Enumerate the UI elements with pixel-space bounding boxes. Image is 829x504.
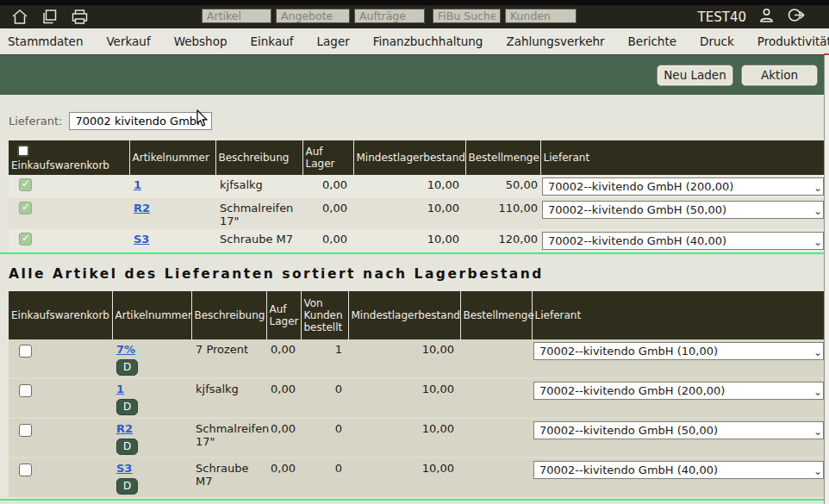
column-header: Bestellmenge: [460, 291, 532, 339]
article-number-link[interactable]: 1: [134, 178, 141, 191]
article-number-link[interactable]: 7%: [116, 343, 135, 356]
table-row: 7% D 7 Prozent 0,00 1 10,00 70002--kivit…: [9, 339, 826, 378]
table-row: R2 Schmalreifen 17" 0,00 10,00 110,00 70…: [9, 198, 826, 229]
supplier-select[interactable]: 70002--kivitendo GmbH (10,00)⌄: [533, 342, 824, 360]
min-stock-value: 10,00: [353, 198, 465, 229]
on-stock-value: 0,00: [302, 175, 353, 198]
column-header: Auf Lager: [302, 140, 353, 175]
supplier-select[interactable]: 70002--kivitendo GmbH (200,00)⌄: [542, 177, 824, 196]
menu-item-druck[interactable]: Druck: [700, 34, 734, 48]
reload-button[interactable]: Neu Laden: [657, 65, 733, 86]
all-articles-table: Einkaufswarenkorb Artikelnummer Beschrei…: [9, 291, 826, 497]
details-badge[interactable]: D: [116, 359, 138, 376]
article-description: kjfsalkg: [191, 378, 266, 418]
column-header: Mindestlagerbestand: [348, 291, 460, 339]
order-qty-value: [460, 378, 532, 418]
ordered-by-customers-value: 0: [301, 418, 348, 457]
supplier-select[interactable]: 70002--kivitendo GmbH (50,00)⌄: [542, 201, 824, 219]
menu-item-webshop[interactable]: Webshop: [174, 34, 228, 48]
article-number-link[interactable]: R2: [134, 202, 150, 215]
row-checkbox[interactable]: [19, 178, 32, 191]
topbar: TEST40: [0, 5, 829, 28]
search-input-angebote[interactable]: [276, 9, 350, 23]
supplier-select[interactable]: 70002--kivitendo GmbH (40,00)⌄: [542, 232, 824, 250]
on-stock-value: 0,00: [266, 339, 301, 378]
supplier-input[interactable]: [69, 112, 212, 130]
home-icon[interactable]: [11, 9, 28, 25]
min-stock-value: 10,00: [348, 378, 460, 418]
row-checkbox[interactable]: [19, 464, 32, 476]
article-number-link[interactable]: 1: [116, 383, 124, 395]
details-badge[interactable]: D: [116, 439, 138, 455]
supplier-select[interactable]: 70002--kivitendo GmbH (40,00)⌄: [533, 461, 824, 479]
row-checkbox[interactable]: [19, 233, 32, 246]
user-icon[interactable]: [758, 7, 775, 27]
menu-item-berichte[interactable]: Berichte: [628, 34, 676, 48]
chevron-down-icon: ⌄: [813, 345, 822, 360]
column-header: Lieferant: [540, 140, 826, 175]
row-checkbox[interactable]: [19, 202, 32, 215]
row-checkbox[interactable]: [19, 345, 32, 358]
search-input-kunden[interactable]: [505, 9, 577, 23]
article-description: Schmalreifen 17": [215, 198, 302, 229]
article-number-link[interactable]: S3: [134, 233, 149, 246]
select-all-checkbox[interactable]: [17, 145, 29, 157]
chevron-down-icon: ⌄: [813, 203, 822, 219]
search-input-auftraege[interactable]: [354, 9, 425, 23]
article-number-link[interactable]: S3: [116, 462, 132, 475]
supplier-select[interactable]: 70002--kivitendo GmbH (50,00)⌄: [533, 421, 824, 439]
menu-item-einkauf[interactable]: Einkauf: [251, 34, 294, 48]
action-button[interactable]: Aktion: [741, 65, 818, 86]
menu-item-stammdaten[interactable]: Stammdaten: [8, 34, 83, 48]
search-input-fibu[interactable]: [433, 9, 501, 23]
supplier-select[interactable]: 70002--kivitendo GmbH (200,00)⌄: [533, 382, 824, 400]
menu-item-verkauf[interactable]: Verkauf: [106, 34, 150, 48]
row-checkbox[interactable]: [19, 384, 32, 397]
table-row: 1 kjfsalkg 0,00 10,00 50,00 70002--kivit…: [9, 175, 826, 198]
min-stock-value: 10,00: [348, 457, 460, 497]
order-qty-value: [460, 418, 532, 457]
chevron-down-icon: ⌄: [813, 384, 822, 400]
min-stock-value: 10,00: [348, 418, 460, 457]
green-divider: [0, 499, 829, 501]
action-band: Neu Laden Aktion: [0, 55, 829, 95]
menu-item-finanzbuchhaltung[interactable]: Finanzbuchhaltung: [373, 34, 483, 48]
order-qty-value: 120,00: [465, 229, 540, 252]
copy-icon[interactable]: [41, 9, 58, 25]
on-stock-value: 0,00: [266, 418, 301, 457]
article-number-link[interactable]: R2: [116, 422, 133, 435]
menu-item-lager[interactable]: Lager: [317, 34, 350, 48]
on-stock-value: 0,00: [266, 457, 301, 497]
chevron-down-icon: ⌄: [813, 234, 822, 250]
column-header: Einkaufswarenkorb: [9, 291, 112, 339]
ordered-by-customers-value: 1: [301, 339, 348, 378]
content: Lieferant: Einkaufswarenkorb Artikelnumm…: [0, 111, 829, 501]
print-icon[interactable]: [71, 9, 89, 25]
column-header: Bestellmenge: [465, 140, 540, 175]
search-input-artikel[interactable]: [202, 9, 271, 23]
main-menu: Stammdaten Verkauf Webshop Einkauf Lager…: [0, 28, 829, 55]
menu-item-produktivitaet[interactable]: Produktivität: [757, 34, 829, 48]
details-badge[interactable]: D: [116, 478, 138, 495]
column-header: Auf Lager: [266, 291, 301, 339]
supplier-label: Lieferant:: [9, 115, 62, 128]
viewport-edge: [824, 55, 829, 504]
table-row: 1 D kjfsalkg 0,00 0 10,00 70002--kiviten…: [9, 378, 826, 418]
column-header: Beschreibung: [215, 140, 302, 175]
row-checkbox[interactable]: [19, 424, 32, 437]
order-qty-value: 50,00: [465, 175, 540, 198]
on-stock-value: 0,00: [302, 229, 353, 252]
table-row: S3 Schraube M7 0,00 10,00 120,00 70002--…: [9, 229, 826, 252]
details-badge[interactable]: D: [116, 399, 138, 415]
chevron-down-icon: ⌄: [813, 464, 822, 479]
column-header: Artikelnummer: [112, 291, 191, 339]
article-description: 7 Prozent: [191, 339, 266, 378]
logout-icon[interactable]: [787, 7, 807, 27]
order-qty-value: [460, 457, 532, 497]
article-description: kjfsalkg: [215, 175, 302, 198]
menu-item-zahlungsverkehr[interactable]: Zahlungsverkehr: [506, 34, 604, 48]
article-description: Schmalreifen 17": [191, 418, 266, 457]
mouse-cursor: [196, 109, 209, 128]
green-divider: [0, 252, 829, 254]
chevron-down-icon: ⌄: [813, 424, 822, 439]
